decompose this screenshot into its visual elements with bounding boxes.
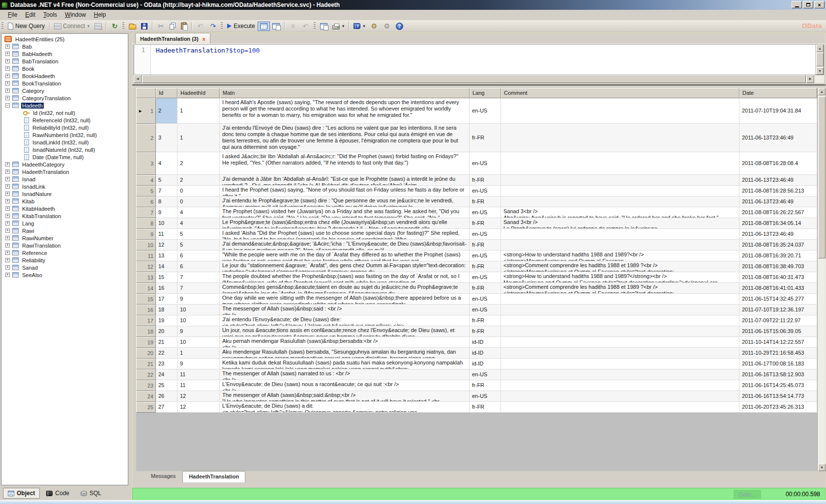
row-selector[interactable]: 19 xyxy=(136,337,156,348)
print-dropdown-icon[interactable]: ▾ xyxy=(342,24,345,28)
cell-date[interactable]: 2011-07-09T22:11:22.97 xyxy=(739,315,817,326)
table-row[interactable]: 192110Aku pernah mendengar Rasulullah (s… xyxy=(136,337,817,348)
expand-icon[interactable]: + xyxy=(5,228,10,233)
cell-id[interactable]: 20 xyxy=(156,326,177,337)
cell-comment[interactable] xyxy=(501,337,739,348)
expand-icon[interactable]: + xyxy=(5,199,10,203)
cell-hadeethid[interactable]: 2 xyxy=(177,152,220,175)
tree-item[interactable]: +CategoryTranslation xyxy=(1,94,128,102)
save-button[interactable] xyxy=(139,22,150,31)
tree-item[interactable]: IsnadLinkId (Int32, null) xyxy=(1,139,128,146)
cell-date[interactable]: 2011-08-08T16:28:56.213 xyxy=(739,186,817,196)
cell-date[interactable]: 2011-08-08T16:41:01.433 xyxy=(739,283,817,294)
cell-comment[interactable] xyxy=(501,315,739,326)
cell-date[interactable]: 2011-06-15T14:32:45.277 xyxy=(739,294,817,305)
cell-date[interactable]: 2011-06-16T13:54:14.773 xyxy=(739,391,817,402)
cell-hadeethid[interactable]: 5 xyxy=(177,229,220,240)
expand-icon[interactable]: + xyxy=(5,177,10,181)
row-selector[interactable]: 18 xyxy=(136,326,156,337)
cell-matn[interactable]: The people doubted whether the Prophet&n… xyxy=(220,272,470,283)
cell-comment[interactable] xyxy=(501,186,739,196)
execute-button[interactable]: Execute xyxy=(225,21,257,31)
expand-icon[interactable]: + xyxy=(5,251,10,255)
cell-comment[interactable] xyxy=(501,229,739,240)
tree-item[interactable]: +BookTranslation xyxy=(1,80,128,87)
row-selector[interactable]: 9 xyxy=(136,229,156,240)
column-header-matn[interactable]: Matn xyxy=(220,88,470,98)
table-row[interactable]: 231J'ai entendu l'Envoyé de Dieu (saws) … xyxy=(136,124,817,152)
cell-hadeethid[interactable]: 1 xyxy=(177,348,220,359)
cell-lang[interactable]: fr-FR xyxy=(470,261,501,272)
cell-hadeethid[interactable]: 9 xyxy=(177,294,220,305)
cell-date[interactable]: 2011-10-14T14:12:22.557 xyxy=(739,337,817,348)
cell-id[interactable]: 26 xyxy=(156,391,177,402)
cell-id[interactable]: 3 xyxy=(156,124,177,152)
table-row[interactable]: 570I heard the Prophet (saws) saying, "N… xyxy=(136,186,817,196)
table-row[interactable]: 14167Comme&nbsp;les gens&nbsp;&eacute;ta… xyxy=(136,283,817,294)
cell-date[interactable]: 2011-08-08T16:34:05.14 xyxy=(739,218,817,229)
cell-hadeethid[interactable]: 1 xyxy=(177,98,220,124)
cell-id[interactable]: 10 xyxy=(156,218,177,229)
reference-dropdown-icon[interactable]: ▾ xyxy=(363,24,365,28)
table-row[interactable]: 252712L'Envoy&eacute; de Dieu (saws) a d… xyxy=(136,402,817,413)
tree-item[interactable]: +Reference xyxy=(1,249,128,256)
expand-icon[interactable]: + xyxy=(5,162,10,167)
result-tab-hadeethtranslation[interactable]: HadeethTranslation xyxy=(182,471,245,482)
cell-lang[interactable]: en-US xyxy=(470,369,501,380)
goto-input[interactable]: Goto... xyxy=(734,490,761,499)
column-header-id[interactable]: Id xyxy=(156,88,177,98)
result-tab-messages[interactable]: Messages xyxy=(145,471,181,482)
cell-lang[interactable]: fr-FR xyxy=(470,283,501,294)
expand-icon[interactable]: + xyxy=(5,184,10,189)
refresh-button[interactable]: ↻ xyxy=(108,21,121,31)
cell-matn[interactable]: The messenger of Allah (saws)&nbsp;said:… xyxy=(220,391,470,402)
tree-item[interactable]: ReferenceId (Int32, null) xyxy=(1,116,128,124)
cell-id[interactable]: 19 xyxy=(156,315,177,326)
cell-comment[interactable]: <strong>Comment comprendre les hadiths 1… xyxy=(501,283,739,294)
cell-comment[interactable]: <strong>How to understand hadiths 1988 a… xyxy=(501,251,739,261)
cell-matn[interactable]: One day while we were sitting with the m… xyxy=(220,294,470,305)
cell-lang[interactable]: en-US xyxy=(470,272,501,283)
cell-id[interactable]: 9 xyxy=(156,207,177,218)
query-text[interactable]: HadeethTranslation?$top=100 xyxy=(156,47,260,54)
editor-vertical-scrollbar[interactable]: ▲ ▼ xyxy=(815,45,824,75)
cell-lang[interactable]: en-US xyxy=(470,391,501,402)
scroll-down-icon[interactable]: ▼ xyxy=(816,67,824,75)
cell-matn[interactable]: I heard Allah's Apostle (saws) saying, "… xyxy=(220,98,470,124)
cell-date[interactable]: 2011-06-13T23:46:49 xyxy=(739,196,817,207)
expand-icon[interactable]: + xyxy=(5,52,10,56)
collapse-icon[interactable]: − xyxy=(5,103,10,108)
cell-id[interactable]: 15 xyxy=(156,272,177,283)
cell-date[interactable]: 2011-06-13T23:46:49 xyxy=(739,175,817,186)
tree-item[interactable]: −Hadeeth xyxy=(1,102,128,109)
toolbar-grip[interactable] xyxy=(1,22,3,30)
scroll-up-icon[interactable]: ▲ xyxy=(816,45,824,52)
row-selector[interactable]: 25 xyxy=(136,402,156,413)
expand-icon[interactable]: + xyxy=(5,59,10,63)
menu-item-window[interactable]: Window xyxy=(61,10,90,20)
table-row[interactable]: 794The Prophet (saws) visited her (Juwai… xyxy=(136,207,817,218)
row-selector[interactable]: ►1 xyxy=(136,98,156,124)
cut-button[interactable]: ✂ xyxy=(154,21,167,31)
table-row[interactable]: 452J'ai demandé à Jâbir Ibn 'Abdallah al… xyxy=(136,175,817,186)
cell-comment[interactable] xyxy=(501,402,739,413)
tree-item[interactable]: +Reliability xyxy=(1,256,128,264)
table-row[interactable]: 161810The messenger of Allah (saws)&nbsp… xyxy=(136,305,817,315)
tree-item[interactable]: RawiNumberId (Int32, null) xyxy=(1,131,128,139)
row-selector[interactable]: 6 xyxy=(136,196,156,207)
tree-item[interactable]: +Book xyxy=(1,65,128,72)
table-row[interactable]: 11136"While the people were with me on t… xyxy=(136,251,817,261)
row-selector[interactable]: 14 xyxy=(136,283,156,294)
cell-id[interactable]: 8 xyxy=(156,196,177,207)
table-row[interactable]: 171910J'ai entendu l'Envoy&eacute; de Di… xyxy=(136,315,817,326)
connect-button[interactable]: Connect ▾ xyxy=(52,21,92,31)
cell-lang[interactable]: en-US xyxy=(470,229,501,240)
cell-matn[interactable]: Aku pernah mendengar Rasulullah (saws)&n… xyxy=(220,337,470,348)
cell-hadeethid[interactable]: 11 xyxy=(177,380,220,391)
sidebar-tab-code[interactable]: Code xyxy=(41,488,74,499)
save-results-button[interactable] xyxy=(318,22,330,31)
cell-hadeethid[interactable]: 12 xyxy=(177,391,220,402)
row-selector[interactable]: 5 xyxy=(136,186,156,196)
cell-matn[interactable]: I heard the Prophet (saws) saying, "None… xyxy=(220,186,470,196)
cell-date[interactable]: 2011-08-08T16:28:08.4 xyxy=(739,152,817,175)
